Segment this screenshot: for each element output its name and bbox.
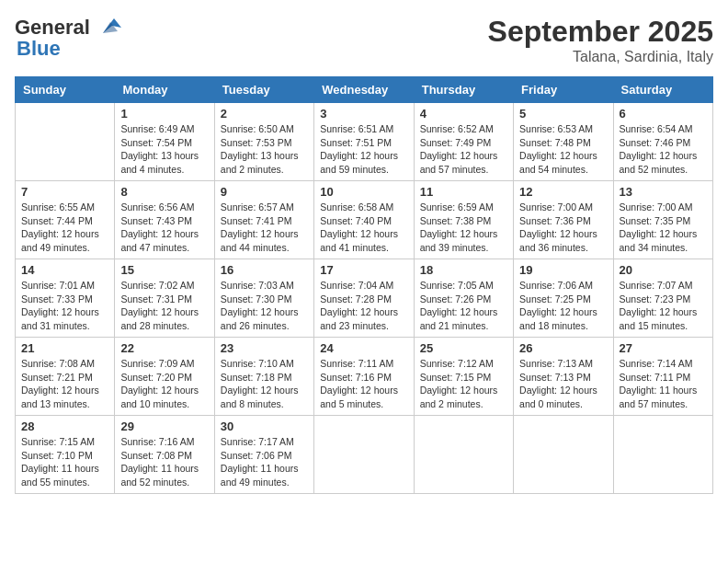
day-number: 21: [21, 341, 108, 355]
weekday-header-sunday: Sunday: [16, 77, 115, 103]
day-number: 6: [620, 107, 707, 121]
day-number: 20: [620, 263, 707, 277]
day-info: Sunrise: 6:53 AMSunset: 7:48 PMDaylight:…: [519, 122, 607, 177]
weekday-header-monday: Monday: [115, 77, 214, 103]
calendar-cell: 9Sunrise: 6:57 AMSunset: 7:41 PMDaylight…: [214, 181, 313, 259]
day-info: Sunrise: 7:01 AMSunset: 7:33 PMDaylight:…: [21, 279, 108, 333]
weekday-header-wednesday: Wednesday: [314, 77, 414, 103]
calendar-week-row: 7Sunrise: 6:55 AMSunset: 7:44 PMDaylight…: [16, 181, 713, 259]
calendar-cell: 25Sunrise: 7:12 AMSunset: 7:15 PMDayligh…: [414, 338, 513, 416]
calendar-cell: 14Sunrise: 7:01 AMSunset: 7:33 PMDayligh…: [16, 259, 115, 338]
calendar-cell: 21Sunrise: 7:08 AMSunset: 7:21 PMDayligh…: [16, 338, 115, 416]
day-number: 23: [221, 341, 308, 355]
title-area: September 2025 Talana, Sardinia, Italy: [488, 15, 713, 65]
day-info: Sunrise: 7:11 AMSunset: 7:16 PMDaylight:…: [320, 357, 407, 411]
logo-bird-icon: [94, 15, 127, 40]
calendar-cell: 11Sunrise: 6:59 AMSunset: 7:38 PMDayligh…: [414, 181, 513, 259]
day-number: 10: [320, 185, 407, 199]
day-info: Sunrise: 7:02 AMSunset: 7:31 PMDaylight:…: [120, 279, 208, 333]
day-info: Sunrise: 6:52 AMSunset: 7:49 PMDaylight:…: [420, 122, 507, 177]
day-info: Sunrise: 7:08 AMSunset: 7:21 PMDaylight:…: [21, 357, 108, 411]
day-info: Sunrise: 6:54 AMSunset: 7:46 PMDaylight:…: [620, 122, 707, 177]
calendar-cell: [414, 416, 513, 494]
day-info: Sunrise: 7:16 AMSunset: 7:08 PMDaylight:…: [120, 435, 208, 489]
day-info: Sunrise: 6:55 AMSunset: 7:44 PMDaylight:…: [21, 201, 108, 255]
day-info: Sunrise: 6:57 AMSunset: 7:41 PMDaylight:…: [221, 201, 308, 255]
day-number: 8: [120, 185, 208, 199]
day-number: 11: [420, 185, 507, 199]
day-number: 13: [620, 185, 707, 199]
header: General Blue September 2025 Talana, Sard…: [15, 15, 713, 65]
day-info: Sunrise: 6:49 AMSunset: 7:54 PMDaylight:…: [120, 122, 208, 177]
day-info: Sunrise: 7:14 AMSunset: 7:11 PMDaylight:…: [620, 357, 707, 411]
calendar-cell: 7Sunrise: 6:55 AMSunset: 7:44 PMDaylight…: [16, 181, 115, 259]
calendar-cell: 5Sunrise: 6:53 AMSunset: 7:48 PMDaylight…: [514, 103, 613, 181]
weekday-header-saturday: Saturday: [613, 77, 712, 103]
calendar-cell: 23Sunrise: 7:10 AMSunset: 7:18 PMDayligh…: [214, 338, 313, 416]
calendar-cell: 4Sunrise: 6:52 AMSunset: 7:49 PMDaylight…: [414, 103, 513, 181]
calendar-cell: 12Sunrise: 7:00 AMSunset: 7:36 PMDayligh…: [514, 181, 613, 259]
day-info: Sunrise: 7:12 AMSunset: 7:15 PMDaylight:…: [420, 357, 507, 411]
day-info: Sunrise: 7:06 AMSunset: 7:25 PMDaylight:…: [519, 279, 607, 333]
calendar-week-row: 21Sunrise: 7:08 AMSunset: 7:21 PMDayligh…: [16, 338, 713, 416]
calendar-cell: 8Sunrise: 6:56 AMSunset: 7:43 PMDaylight…: [115, 181, 214, 259]
calendar-cell: 10Sunrise: 6:58 AMSunset: 7:40 PMDayligh…: [314, 181, 414, 259]
calendar-cell: 18Sunrise: 7:05 AMSunset: 7:26 PMDayligh…: [414, 259, 513, 338]
day-info: Sunrise: 7:15 AMSunset: 7:10 PMDaylight:…: [21, 435, 108, 489]
day-info: Sunrise: 7:04 AMSunset: 7:28 PMDaylight:…: [320, 279, 407, 333]
day-number: 5: [519, 107, 607, 121]
day-number: 30: [221, 419, 308, 433]
day-number: 16: [221, 263, 308, 277]
calendar-cell: [514, 416, 613, 494]
month-title: September 2025: [488, 15, 713, 49]
day-number: 1: [120, 107, 208, 121]
day-number: 22: [120, 341, 208, 355]
day-number: 14: [21, 263, 108, 277]
day-number: 7: [21, 185, 108, 199]
day-info: Sunrise: 6:59 AMSunset: 7:38 PMDaylight:…: [420, 201, 507, 255]
day-info: Sunrise: 7:05 AMSunset: 7:26 PMDaylight:…: [420, 279, 507, 333]
calendar-cell: 6Sunrise: 6:54 AMSunset: 7:46 PMDaylight…: [613, 103, 712, 181]
weekday-header-thursday: Thursday: [414, 77, 513, 103]
calendar-header: SundayMondayTuesdayWednesdayThursdayFrid…: [16, 77, 713, 103]
day-info: Sunrise: 7:13 AMSunset: 7:13 PMDaylight:…: [519, 357, 607, 411]
weekday-header-friday: Friday: [514, 77, 613, 103]
day-info: Sunrise: 7:03 AMSunset: 7:30 PMDaylight:…: [221, 279, 308, 333]
day-number: 2: [221, 107, 308, 121]
calendar-cell: 29Sunrise: 7:16 AMSunset: 7:08 PMDayligh…: [115, 416, 214, 494]
calendar-body: 1Sunrise: 6:49 AMSunset: 7:54 PMDaylight…: [16, 103, 713, 494]
day-info: Sunrise: 7:07 AMSunset: 7:23 PMDaylight:…: [620, 279, 707, 333]
calendar-cell: 27Sunrise: 7:14 AMSunset: 7:11 PMDayligh…: [613, 338, 712, 416]
day-number: 25: [420, 341, 507, 355]
day-number: 15: [120, 263, 208, 277]
day-info: Sunrise: 7:09 AMSunset: 7:20 PMDaylight:…: [120, 357, 208, 411]
calendar-cell: 24Sunrise: 7:11 AMSunset: 7:16 PMDayligh…: [314, 338, 414, 416]
day-info: Sunrise: 6:58 AMSunset: 7:40 PMDaylight:…: [320, 201, 407, 255]
day-info: Sunrise: 7:00 AMSunset: 7:35 PMDaylight:…: [620, 201, 707, 255]
logo: General Blue: [15, 15, 127, 61]
day-info: Sunrise: 6:56 AMSunset: 7:43 PMDaylight:…: [120, 201, 208, 255]
calendar-cell: 2Sunrise: 6:50 AMSunset: 7:53 PMDaylight…: [214, 103, 313, 181]
calendar-cell: 22Sunrise: 7:09 AMSunset: 7:20 PMDayligh…: [115, 338, 214, 416]
calendar-week-row: 14Sunrise: 7:01 AMSunset: 7:33 PMDayligh…: [16, 259, 713, 338]
day-info: Sunrise: 7:10 AMSunset: 7:18 PMDaylight:…: [221, 357, 308, 411]
day-number: 24: [320, 341, 407, 355]
day-number: 4: [420, 107, 507, 121]
calendar-cell: 16Sunrise: 7:03 AMSunset: 7:30 PMDayligh…: [214, 259, 313, 338]
day-number: 12: [519, 185, 607, 199]
day-info: Sunrise: 7:17 AMSunset: 7:06 PMDaylight:…: [221, 435, 308, 489]
day-number: 17: [320, 263, 407, 277]
day-number: 18: [420, 263, 507, 277]
calendar-cell: 28Sunrise: 7:15 AMSunset: 7:10 PMDayligh…: [16, 416, 115, 494]
calendar-cell: [613, 416, 712, 494]
day-number: 19: [519, 263, 607, 277]
calendar-cell: 17Sunrise: 7:04 AMSunset: 7:28 PMDayligh…: [314, 259, 414, 338]
calendar-week-row: 28Sunrise: 7:15 AMSunset: 7:10 PMDayligh…: [16, 416, 713, 494]
weekday-header-tuesday: Tuesday: [214, 77, 313, 103]
calendar-cell: 20Sunrise: 7:07 AMSunset: 7:23 PMDayligh…: [613, 259, 712, 338]
calendar-cell: 3Sunrise: 6:51 AMSunset: 7:51 PMDaylight…: [314, 103, 414, 181]
day-number: 29: [120, 419, 208, 433]
calendar-cell: 13Sunrise: 7:00 AMSunset: 7:35 PMDayligh…: [613, 181, 712, 259]
day-info: Sunrise: 6:51 AMSunset: 7:51 PMDaylight:…: [320, 122, 407, 177]
calendar-cell: 1Sunrise: 6:49 AMSunset: 7:54 PMDaylight…: [115, 103, 214, 181]
